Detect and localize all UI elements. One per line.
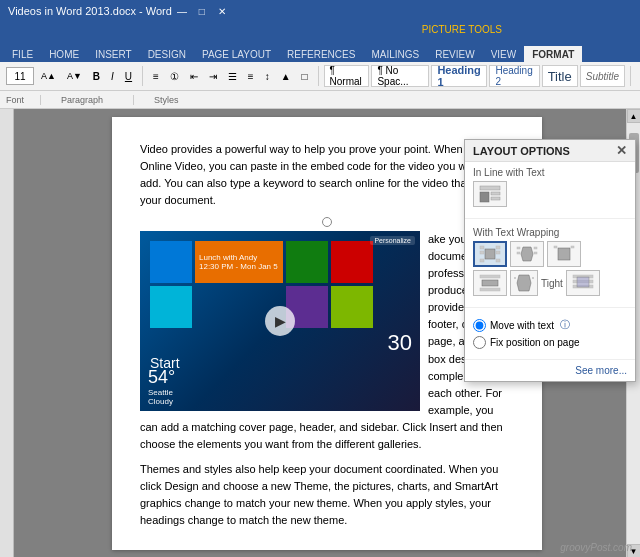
svg-rect-16 [554,246,557,248]
close-button[interactable]: ✕ [212,1,232,21]
personalize-button[interactable]: Personalize [370,236,415,245]
weather-widget: 54° Seattle Cloudy [148,367,175,406]
tab-review[interactable]: REVIEW [427,46,482,62]
style-no-space[interactable]: ¶ No Spac... [371,65,429,87]
wrapping-section-label: With Text Wrapping [473,227,627,238]
layout-icon-tight2[interactable] [510,270,538,296]
svg-rect-1 [480,192,489,202]
square-svg [479,245,501,263]
minimize-button[interactable]: — [172,1,192,21]
fix-position-radio[interactable] [473,336,486,349]
layout-icon-inline[interactable] [473,181,507,207]
move-with-text-label: Move with text [490,320,554,331]
style-heading2[interactable]: Heading 2 [489,65,539,87]
style-subtitle[interactable]: Subtitle [580,65,625,87]
align-center-button[interactable]: ≡ [243,69,259,84]
indent-button[interactable]: ⇥ [204,69,222,84]
svg-rect-10 [496,259,500,262]
document-area: Video provides a powerful way to help yo… [0,109,640,557]
svg-rect-21 [514,277,516,279]
bold-button[interactable]: B [88,69,105,84]
svg-rect-8 [496,251,500,254]
tab-format[interactable]: FORMAT [524,46,582,62]
tile-col-4 [331,241,373,328]
weather-city: Seattle [148,388,175,397]
tab-file[interactable]: FILE [4,46,41,62]
paragraph-1: Video provides a powerful way to help yo… [140,141,514,209]
lo-divider-2 [465,307,635,308]
title-bar-text: Videos in Word 2013.docx - Word [8,5,172,17]
font-size-input[interactable] [6,67,34,85]
lo-divider-1 [465,218,635,219]
tab-home[interactable]: HOME [41,46,87,62]
tab-insert[interactable]: INSERT [87,46,140,62]
paragraph-controls: ≡ ① ⇤ ⇥ ☰ ≡ ↕ ▲ □ [148,69,313,84]
video-embed-block[interactable]: Lunch with Andy12:30 PM - Mon Jan 5 30 [140,231,420,411]
scroll-up-arrow[interactable]: ▲ [627,109,641,123]
svg-rect-22 [532,277,534,279]
tab-references[interactable]: REFERENCES [279,46,363,62]
play-button[interactable]: ▶ [265,306,295,336]
layout-icon-behind[interactable] [566,270,600,296]
tile-teal-1 [150,286,192,328]
fix-position-option[interactable]: Fix position on page [473,334,627,351]
tight2-svg [513,274,535,292]
layout-icon-tight[interactable] [510,241,544,267]
layout-icon-square[interactable] [473,241,507,267]
paragraph-group-label: Paragraph [61,95,134,105]
font-controls: A▲ A▼ B I U [36,69,137,84]
tight-label: Tight [510,270,563,296]
move-with-text-radio[interactable] [473,319,486,332]
svg-rect-6 [496,246,500,249]
italic-button[interactable]: I [106,69,119,84]
paragraph-3: Themes and styles also help keep your do… [140,461,514,529]
through-svg [553,245,575,263]
font-shrink-button[interactable]: A▼ [62,69,87,83]
ribbon-tabs-container: PICTURE TOOLS FILE HOME INSERT DESIGN PA… [0,22,640,62]
style-normal[interactable]: ¶ Normal [324,65,370,87]
layout-options-close[interactable]: ✕ [616,144,627,157]
svg-rect-7 [480,251,484,254]
svg-rect-26 [577,277,589,287]
outdent-button[interactable]: ⇤ [185,69,203,84]
shading-button[interactable]: ▲ [276,69,296,84]
style-title[interactable]: Title [542,65,578,87]
move-with-text-option[interactable]: Move with text ⓘ [473,316,627,334]
align-left-button[interactable]: ☰ [223,69,242,84]
group-labels-bar: Font Paragraph Styles [0,91,640,109]
border-button[interactable]: □ [297,69,313,84]
video-drag-circle[interactable] [322,217,332,227]
inline-section: In Line with Text [465,162,635,215]
svg-rect-11 [517,247,520,249]
style-heading1[interactable]: Heading 1 [431,65,487,87]
tab-design[interactable]: DESIGN [140,46,194,62]
styles-group-label: Styles [154,95,179,105]
underline-button[interactable]: U [120,69,137,84]
separator1 [142,66,143,86]
move-with-text-info[interactable]: ⓘ [560,318,570,332]
tab-view[interactable]: VIEW [483,46,525,62]
inline-icons [473,181,627,207]
video-drag-indicator [140,217,514,229]
layout-icon-through[interactable] [547,241,581,267]
picture-tools-label: PICTURE TOOLS [414,22,510,37]
numbering-button[interactable]: ① [165,69,184,84]
font-grow-button[interactable]: A▲ [36,69,61,83]
tile-orange-wide: Lunch with Andy12:30 PM - Mon Jan 5 [195,241,283,283]
bullets-button[interactable]: ≡ [148,69,164,84]
tile-blue-1 [150,241,192,283]
layout-options-title: LAYOUT OPTIONS [473,145,570,157]
layout-icon-topbottom[interactable] [473,270,507,296]
left-margin [0,109,14,557]
fix-position-label: Fix position on page [490,337,580,348]
tight-text-label: Tight [541,278,563,289]
layout-options-panel: LAYOUT OPTIONS ✕ In Line with Text With … [464,139,636,382]
line-spacing-button[interactable]: ↕ [260,69,275,84]
see-more-link[interactable]: See more... [465,363,635,381]
tab-page-layout[interactable]: PAGE LAYOUT [194,46,279,62]
svg-rect-4 [485,249,495,259]
svg-rect-14 [534,252,537,254]
ribbon-toolbar: A▲ A▼ B I U ≡ ① ⇤ ⇥ ☰ ≡ ↕ ▲ □ ¶ Normal ¶… [0,62,640,91]
tab-mailings[interactable]: MAILINGS [363,46,427,62]
maximize-button[interactable]: □ [192,1,212,21]
